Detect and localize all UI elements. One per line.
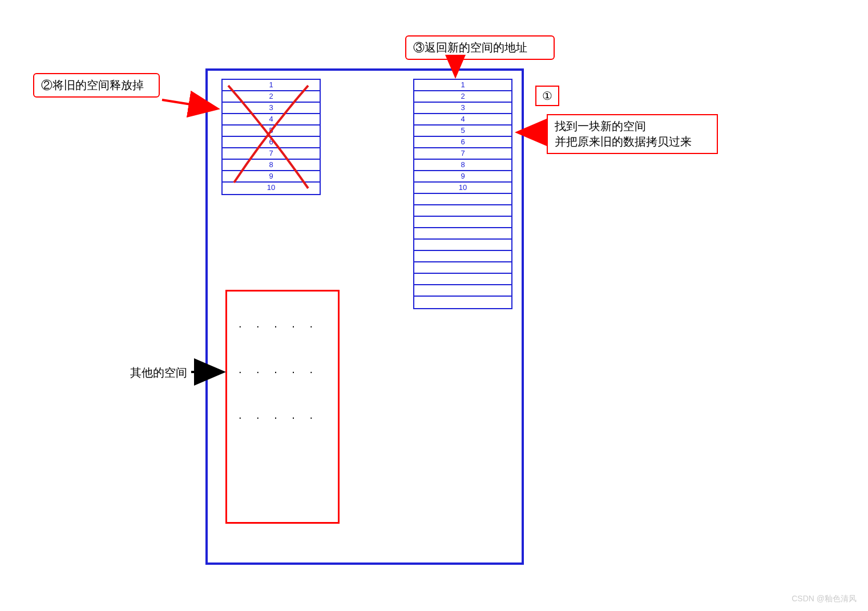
new-memory-cell bbox=[414, 274, 511, 285]
old-memory-cell: 9 bbox=[223, 171, 320, 183]
dots-row: · · · · · bbox=[239, 319, 318, 333]
old-memory-cell: 5 bbox=[223, 126, 320, 137]
step1-number: ① bbox=[542, 90, 552, 102]
old-memory-block: 12345678910 bbox=[221, 79, 321, 195]
new-memory-cell: 5 bbox=[414, 126, 511, 137]
old-memory-cell: 3 bbox=[223, 103, 320, 114]
new-memory-cell bbox=[414, 194, 511, 205]
old-memory-cell: 7 bbox=[223, 148, 320, 160]
step3-label: ③返回新的空间的地址 bbox=[413, 41, 527, 54]
old-memory-cell: 2 bbox=[223, 91, 320, 103]
new-memory-cell: 3 bbox=[414, 103, 511, 114]
new-memory-cell: 7 bbox=[414, 148, 511, 160]
dots-row: · · · · · bbox=[239, 411, 318, 424]
new-memory-cell bbox=[414, 262, 511, 274]
new-memory-cell: 10 bbox=[414, 183, 511, 194]
old-memory-cell: 10 bbox=[223, 183, 320, 194]
new-memory-cell bbox=[414, 228, 511, 240]
old-memory-cell: 4 bbox=[223, 114, 320, 126]
old-memory-cell: 1 bbox=[223, 80, 320, 91]
new-memory-cell bbox=[414, 285, 511, 297]
old-memory-cell: 6 bbox=[223, 137, 320, 148]
step3-label-box: ③返回新的空间的地址 bbox=[405, 35, 555, 60]
other-space-label: 其他的空间 bbox=[130, 365, 187, 381]
old-memory-cell: 8 bbox=[223, 160, 320, 171]
watermark: CSDN @釉色清风 bbox=[792, 594, 857, 604]
new-memory-cell: 6 bbox=[414, 137, 511, 148]
new-memory-cell: 8 bbox=[414, 160, 511, 171]
new-memory-cell bbox=[414, 251, 511, 262]
dots-row: · · · · · bbox=[239, 365, 318, 378]
new-memory-cell bbox=[414, 205, 511, 217]
step2-label-box: ②将旧的空间释放掉 bbox=[33, 73, 160, 98]
new-memory-cell: 9 bbox=[414, 171, 511, 183]
step1-text-line1: 找到一块新的空间 bbox=[555, 119, 710, 134]
new-memory-cell bbox=[414, 297, 511, 308]
new-memory-cell: 4 bbox=[414, 114, 511, 126]
step1-description-box: 找到一块新的空间 并把原来旧的数据拷贝过来 bbox=[547, 114, 718, 154]
step1-text-line2: 并把原来旧的数据拷贝过来 bbox=[555, 134, 710, 149]
new-memory-cell: 1 bbox=[414, 80, 511, 91]
new-memory-cell bbox=[414, 217, 511, 228]
step2-label: ②将旧的空间释放掉 bbox=[41, 79, 144, 91]
step1-number-box: ① bbox=[535, 86, 559, 106]
new-memory-cell bbox=[414, 240, 511, 251]
new-memory-block: 12345678910 bbox=[413, 79, 512, 309]
new-memory-cell: 2 bbox=[414, 91, 511, 103]
